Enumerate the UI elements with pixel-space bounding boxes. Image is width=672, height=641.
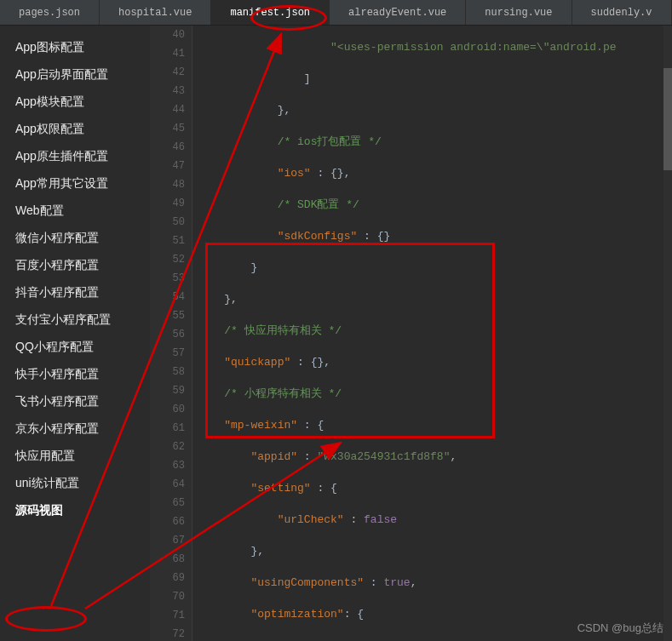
code-string: "wx30a254931c1fd8f8" (317, 450, 450, 463)
sidebar-item-feishu[interactable]: 飞书小程序配置 (0, 388, 150, 415)
sidebar-item-app-splash[interactable]: App启动界面配置 (0, 61, 150, 89)
sidebar-item-alipay[interactable]: 支付宝小程序配置 (0, 306, 150, 334)
code-text: , (411, 576, 417, 589)
line-number: 56 (150, 325, 185, 344)
code-text: } (250, 261, 257, 274)
manifest-sidebar: App图标配置 App启动界面配置 App模块配置 App权限配置 App原生插… (0, 26, 150, 641)
line-number: 59 (150, 381, 185, 400)
line-number: 42 (150, 63, 185, 82)
code-key: "appid" (250, 450, 297, 463)
line-number: 71 (150, 606, 185, 625)
code-content[interactable]: "<uses-permission android:name=\"android… (192, 26, 672, 641)
sidebar-item-jd[interactable]: 京东小程序配置 (0, 415, 150, 443)
tab-hospital-vue[interactable]: hospital.vue (100, 0, 211, 25)
line-number: 54 (150, 288, 185, 306)
line-number-gutter: 4041424344454647484950515253545556575859… (150, 26, 192, 641)
line-number: 49 (150, 194, 185, 213)
code-key: "urlCheck" (278, 513, 344, 526)
line-number: 48 (150, 175, 185, 194)
line-number: 40 (150, 26, 185, 44)
sidebar-item-unistats[interactable]: uni统计配置 (0, 470, 150, 497)
line-number: 66 (150, 512, 185, 531)
tab-suddenly-vue[interactable]: suddenly.v (572, 0, 672, 25)
line-number: 46 (150, 138, 185, 157)
line-number: 70 (150, 587, 185, 606)
code-text: ] (304, 72, 311, 85)
code-text: }, (278, 104, 291, 117)
sidebar-item-kuaishou[interactable]: 快手小程序配置 (0, 361, 150, 388)
line-number: 61 (150, 419, 185, 438)
line-number: 51 (150, 232, 185, 250)
editor-scrollbar[interactable] (663, 26, 672, 641)
sidebar-item-app-module[interactable]: App模块配置 (0, 89, 150, 116)
code-text: : { (311, 482, 337, 495)
main-area: App图标配置 App启动界面配置 App模块配置 App权限配置 App原生插… (0, 26, 672, 641)
line-number: 69 (150, 569, 185, 587)
scrollbar-thumb[interactable] (663, 68, 672, 170)
code-key: "setting" (250, 482, 310, 495)
tab-pages-json[interactable]: pages.json (0, 0, 100, 25)
code-text: : (344, 513, 364, 526)
line-number: 45 (150, 119, 185, 138)
code-bool: true (383, 576, 410, 589)
line-number: 44 (150, 100, 185, 119)
line-number: 50 (150, 213, 185, 232)
code-text: }, (224, 293, 238, 306)
sidebar-item-app-other[interactable]: App常用其它设置 (0, 170, 150, 197)
line-number: 57 (150, 344, 185, 363)
line-number: 53 (150, 269, 185, 288)
sidebar-item-weixin[interactable]: 微信小程序配置 (0, 225, 150, 252)
code-text: : {}, (290, 356, 330, 369)
code-text: : {} (357, 230, 390, 243)
sidebar-item-web[interactable]: Web配置 (0, 197, 150, 225)
sidebar-item-quickapp[interactable]: 快应用配置 (0, 443, 150, 470)
code-text: : {}, (311, 167, 351, 180)
tab-alreadyevent-vue[interactable]: alreadyEvent.vue (330, 0, 466, 25)
code-bool: false (364, 513, 397, 526)
code-text: : (297, 450, 317, 463)
line-number: 62 (150, 438, 185, 456)
code-key: "quickapp" (224, 356, 290, 369)
code-comment: /* SDK配置 */ (278, 198, 359, 211)
code-key: "sdkConfigs" (278, 230, 358, 243)
line-number: 65 (150, 494, 185, 512)
watermark-text: CSDN @bug总结 (577, 621, 663, 636)
tab-manifest-json[interactable]: manifest.json (211, 0, 330, 25)
code-text: }, (250, 545, 264, 558)
line-number: 64 (150, 475, 185, 494)
code-comment: /* 快应用特有相关 */ (224, 324, 342, 337)
code-text: : (364, 576, 383, 589)
code-comment: /* 小程序特有相关 */ (224, 387, 342, 400)
sidebar-item-qq[interactable]: QQ小程序配置 (0, 334, 150, 361)
code-text: : { (297, 419, 324, 432)
line-number: 68 (150, 550, 185, 569)
sidebar-item-source-view[interactable]: 源码视图 (0, 497, 150, 524)
sidebar-item-baidu[interactable]: 百度小程序配置 (0, 252, 150, 279)
line-number: 41 (150, 44, 185, 63)
code-key: "mp-weixin" (224, 419, 297, 432)
line-number: 67 (150, 531, 185, 550)
code-text: , (450, 450, 457, 463)
code-key: "optimization" (250, 608, 343, 621)
sidebar-item-douyin[interactable]: 抖音小程序配置 (0, 279, 150, 306)
code-comment: /* ios打包配置 */ (278, 135, 382, 148)
code-key: "ios" (278, 167, 311, 180)
line-number: 72 (150, 625, 185, 641)
line-number: 63 (150, 456, 185, 475)
line-number: 47 (150, 157, 185, 175)
line-number: 55 (150, 306, 185, 325)
code-text: : { (344, 608, 364, 621)
tab-nursing-vue[interactable]: nursing.vue (466, 0, 571, 25)
sidebar-item-app-native-plugin[interactable]: App原生插件配置 (0, 143, 150, 170)
code-key: "usingComponents" (250, 576, 364, 589)
line-number: 60 (150, 400, 185, 419)
code-editor[interactable]: 4041424344454647484950515253545556575859… (150, 26, 672, 641)
code-text: "<uses-permission android:name=\"android… (330, 41, 616, 54)
line-number: 58 (150, 363, 185, 381)
editor-tabbar: pages.json hospital.vue manifest.json al… (0, 0, 672, 26)
line-number: 52 (150, 250, 185, 269)
line-number: 43 (150, 82, 185, 100)
sidebar-item-app-icon[interactable]: App图标配置 (0, 34, 150, 61)
sidebar-item-app-permission[interactable]: App权限配置 (0, 116, 150, 143)
